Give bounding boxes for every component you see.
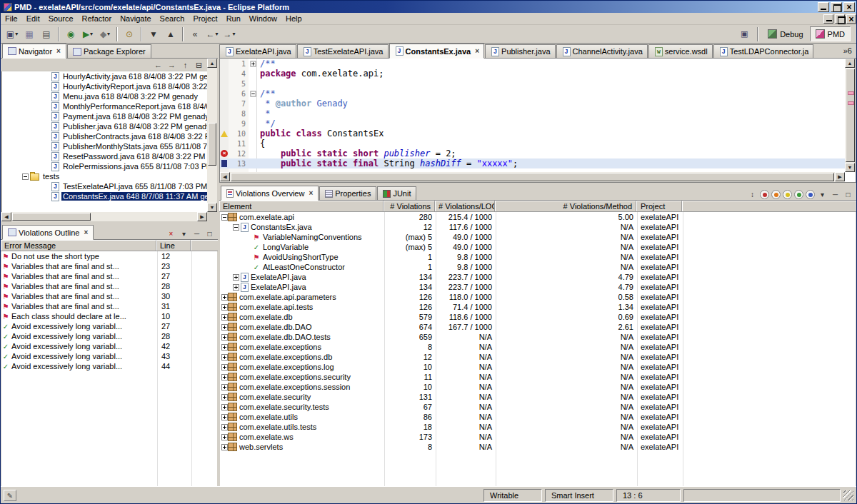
violation-row[interactable]: ✓Avoid excessively long variabl...43 bbox=[1, 351, 217, 361]
scroll-left-icon[interactable]: ◀ bbox=[220, 172, 230, 181]
menu-source[interactable]: Source bbox=[44, 14, 78, 24]
column-header-violations[interactable]: # Violations bbox=[384, 201, 435, 211]
expand-plus-icon[interactable] bbox=[221, 304, 228, 311]
overview-row[interactable]: com.exelate.db.DAO674167.7 / 10002.61exe… bbox=[220, 322, 856, 332]
fold-plus-icon[interactable] bbox=[249, 61, 257, 67]
overview-row[interactable]: com.exelate.exceptions.session10N/AN/Aex… bbox=[220, 382, 856, 392]
overview-row[interactable]: com.exelate.security131N/AN/AexelateAPI bbox=[220, 392, 856, 402]
violation-row[interactable]: ✓Avoid excessively long variabl...28 bbox=[1, 331, 217, 341]
violation-row[interactable]: ⚑Variables that are final and st...23 bbox=[1, 261, 217, 271]
minimize-button[interactable]: ─ bbox=[191, 228, 203, 239]
close-icon[interactable]: × bbox=[309, 189, 313, 197]
maximize-button[interactable] bbox=[831, 2, 842, 12]
violation-row[interactable]: ✓Avoid excessively long variabl...42 bbox=[1, 341, 217, 351]
menu-file[interactable]: File bbox=[1, 14, 22, 24]
expand-plus-icon[interactable] bbox=[221, 294, 228, 301]
expand-plus-icon[interactable] bbox=[221, 334, 228, 341]
menu-run[interactable]: Run bbox=[222, 14, 245, 24]
expand-plus-icon[interactable] bbox=[233, 284, 239, 291]
tree-item[interactable]: JTestExelateAPI.java 655 8/11/08 7:03 PM… bbox=[2, 181, 207, 191]
overview-row[interactable]: com.exelate.api.tests12671.4 / 10001.34e… bbox=[220, 302, 856, 312]
remove-violation-button[interactable]: × bbox=[165, 228, 177, 239]
code-area[interactable]: 1/**4package com.exelate.api;56/**7 * @a… bbox=[220, 59, 845, 172]
violation-row[interactable]: ✓Avoid excessively long variabl...27 bbox=[1, 321, 217, 331]
menu-edit[interactable]: Edit bbox=[22, 14, 44, 24]
priority-filter-4-button[interactable] bbox=[794, 190, 803, 199]
column-header-violations-loc[interactable]: # Violations/LOC bbox=[435, 201, 495, 211]
back-button[interactable]: ← bbox=[151, 59, 165, 71]
menu-refactor[interactable]: Refactor bbox=[78, 14, 116, 24]
java-editor[interactable]: 1/**4package com.exelate.api;56/**7 * @a… bbox=[219, 59, 856, 183]
tree-item[interactable]: JPublisherContracts.java 618 8/4/08 3:22… bbox=[2, 131, 207, 141]
priority-filter-1-button[interactable] bbox=[760, 190, 769, 199]
overview-row[interactable]: ✓LongVariable(max) 549.0 / 1000N/Aexelat… bbox=[220, 242, 856, 252]
tree-item[interactable]: JHourlyActivity.java 618 8/4/08 3:22 PM … bbox=[2, 71, 207, 81]
scroll-left-icon[interactable]: ◀ bbox=[1, 212, 11, 221]
overview-row[interactable]: com.exelate.ws173N/AN/AexelateAPI bbox=[220, 432, 856, 442]
tree-item[interactable]: JConstantsEx.java 648 8/7/08 11:37 AM ge… bbox=[2, 191, 207, 201]
column-header-line[interactable]: Line bbox=[156, 240, 191, 251]
overview-row[interactable]: com.exelate.db.DAO.tests659N/AN/Aexelate… bbox=[220, 332, 856, 342]
expand-minus-icon[interactable] bbox=[233, 224, 239, 231]
editor-tab-testexelateapi-java[interactable]: JTestExelateAPI.java bbox=[297, 44, 389, 58]
forward-button[interactable]: → bbox=[165, 59, 179, 71]
column-header-project[interactable]: Project bbox=[636, 201, 682, 211]
column-header-violations-method[interactable]: # Violations/Method bbox=[495, 201, 636, 211]
priority-filter-2-button[interactable] bbox=[771, 190, 781, 199]
close-icon[interactable]: × bbox=[475, 47, 479, 55]
scroll-thumb[interactable] bbox=[231, 173, 834, 181]
perspective-debug-button[interactable]: Debug bbox=[763, 26, 808, 41]
scroll-thumb[interactable] bbox=[208, 123, 216, 166]
violation-row[interactable]: ⚑Variables that are final and st...30 bbox=[1, 291, 217, 301]
previous-annotation-button[interactable]: ▲ bbox=[163, 26, 179, 42]
view-menu-button[interactable]: ▾ bbox=[178, 228, 190, 239]
navigator-vertical-scrollbar[interactable]: ▲ ▼ bbox=[207, 59, 217, 212]
open-perspective-button[interactable]: ▣ bbox=[736, 26, 752, 42]
editor-tab-channelactivity-java[interactable]: JChannelActivity.java bbox=[556, 44, 648, 58]
violation-row[interactable]: ⚑Variables that are final and st...27 bbox=[1, 271, 217, 281]
run-button[interactable]: ▶▾ bbox=[80, 26, 96, 42]
expand-plus-icon[interactable] bbox=[221, 394, 228, 400]
view-menu-button[interactable]: ▾ bbox=[816, 189, 828, 200]
editor-tab-exelateapi-java[interactable]: JExelateAPI.java bbox=[219, 44, 296, 58]
expand-collapse-button[interactable]: ↕ bbox=[746, 189, 758, 200]
scroll-up-icon[interactable]: ▲ bbox=[845, 59, 855, 68]
overview-row[interactable]: web.servlets8N/AN/AexelateAPI bbox=[220, 442, 856, 452]
child-close-button[interactable] bbox=[846, 14, 856, 24]
column-header-element[interactable]: Element bbox=[219, 201, 384, 211]
menu-window[interactable]: Window bbox=[245, 14, 281, 24]
up-button[interactable]: ↑ bbox=[179, 59, 192, 71]
tree-item[interactable]: tests bbox=[2, 171, 207, 181]
overview-row[interactable]: com.exelate.api280215.4 / 10005.00exelat… bbox=[220, 212, 856, 222]
expand-plus-icon[interactable] bbox=[221, 354, 228, 361]
scroll-down-icon[interactable]: ▼ bbox=[207, 203, 217, 212]
tree-item[interactable]: JResetPassword.java 618 8/4/08 3:22 PM g… bbox=[2, 151, 207, 161]
overview-row[interactable]: JExelateAPI.java134223.7 / 10004.79exela… bbox=[220, 272, 856, 282]
editor-tab-publisher-java[interactable]: JPublisher.java bbox=[485, 44, 556, 58]
title-bar[interactable]: PMD - exelateAPI/src/com/exelate/api/Con… bbox=[1, 1, 856, 13]
editor-tab-testldapconnector-ja[interactable]: JTestLDAPConnector.ja bbox=[713, 44, 814, 58]
maximize-button[interactable]: □ bbox=[204, 228, 216, 239]
overview-row[interactable]: com.exelate.exceptions.security11N/AN/Ae… bbox=[220, 372, 856, 382]
expand-plus-icon[interactable] bbox=[221, 414, 228, 420]
resize-grip[interactable] bbox=[843, 490, 853, 500]
editor-tab-constantsex-java[interactable]: JConstantsEx.java× bbox=[389, 44, 485, 59]
next-annotation-button[interactable]: ▼ bbox=[146, 26, 161, 42]
tab-overflow-chevron[interactable]: »6 bbox=[839, 46, 856, 55]
close-icon[interactable]: × bbox=[84, 228, 88, 236]
editor-tab-service-wsdl[interactable]: Wservice.wsdl bbox=[648, 44, 713, 58]
search-button[interactable]: ⊙ bbox=[121, 26, 137, 42]
annotation-mark[interactable] bbox=[848, 101, 854, 105]
expand-plus-icon[interactable] bbox=[221, 374, 228, 380]
overview-row[interactable]: com.exelate.db579118.6 / 10000.69exelate… bbox=[220, 312, 856, 322]
overview-row[interactable]: com.exelate.security.tests67N/AN/Aexelat… bbox=[220, 402, 856, 412]
expand-plus-icon[interactable] bbox=[221, 314, 228, 321]
collapse-all-button[interactable]: ⊟ bbox=[192, 59, 206, 71]
expand-plus-icon[interactable] bbox=[221, 444, 228, 450]
fast-view-icon[interactable]: ✎ bbox=[4, 490, 16, 501]
perspective-pmd-button[interactable]: PMD bbox=[810, 26, 851, 41]
violation-row[interactable]: ⚑Each class should declare at le...10 bbox=[1, 311, 217, 321]
tab-violations-overview[interactable]: Violations Overview× bbox=[221, 186, 319, 201]
save-button[interactable]: ▦ bbox=[21, 26, 37, 42]
last-edit-location-button[interactable]: « bbox=[187, 26, 203, 42]
